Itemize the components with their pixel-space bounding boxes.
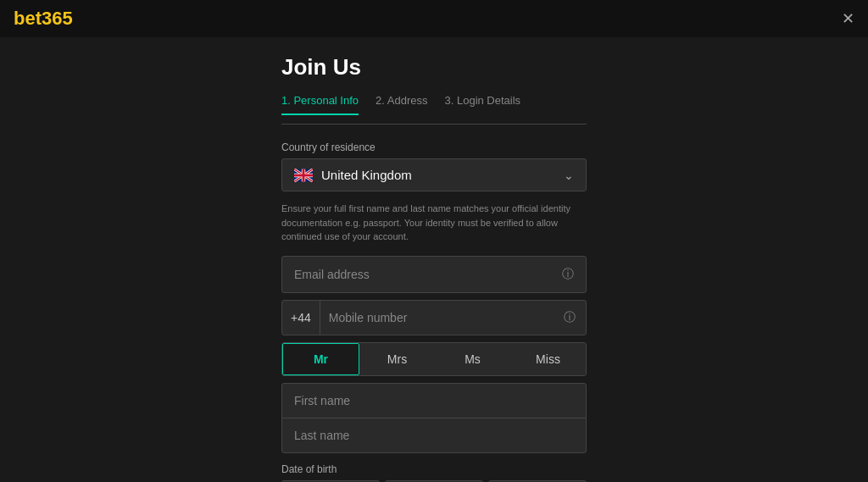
title-mr-button[interactable]: Mr [282,343,359,375]
country-dropdown[interactable]: United Kingdom ⌄ [281,158,587,191]
last-name-input[interactable] [282,418,586,452]
country-value: United Kingdom [321,168,412,182]
country-label: Country of residence [281,141,587,153]
identity-info-text: Ensure your full first name and last nam… [281,202,587,244]
steps-nav: 1. Personal Info 2. Address 3. Login Det… [281,94,587,125]
form-container: Join Us 1. Personal Info 2. Address 3. L… [281,54,587,482]
title-ms-button[interactable]: Ms [435,343,510,375]
phone-info-icon[interactable]: ⓘ [564,310,586,325]
title-mrs-button[interactable]: Mrs [359,343,435,375]
phone-code: +44 [282,301,320,335]
form-title: Join Us [281,54,587,80]
uk-flag-icon [294,169,313,182]
step-address[interactable]: 2. Address [376,94,427,115]
logo-suffix: 365 [42,8,73,29]
logo: bet365 [14,8,73,30]
phone-input[interactable] [320,301,564,335]
email-info-icon[interactable]: ⓘ [562,267,574,282]
header: bet365 ✕ [0,0,868,37]
chevron-down-icon: ⌄ [564,169,574,182]
name-fields-group [281,383,587,453]
phone-field-wrapper: +44 ⓘ [281,300,587,335]
email-field-wrapper: ⓘ [281,256,587,293]
first-name-input[interactable] [282,384,586,418]
country-dropdown-left: United Kingdom [294,168,412,182]
title-miss-button[interactable]: Miss [510,343,586,375]
close-button[interactable]: ✕ [842,9,854,28]
logo-prefix: bet [14,8,42,29]
title-selector: Mr Mrs Ms Miss [281,342,587,376]
email-input[interactable] [294,268,562,281]
step-personal-info[interactable]: 1. Personal Info [281,94,359,115]
dob-label: Date of birth [281,463,587,475]
main-content: Join Us 1. Personal Info 2. Address 3. L… [0,37,868,482]
step-login-details[interactable]: 3. Login Details [445,94,521,115]
